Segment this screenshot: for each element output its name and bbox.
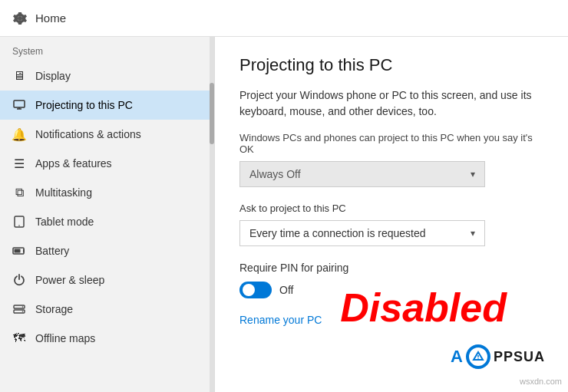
sidebar-item-projecting-label: Projecting to this PC bbox=[35, 99, 133, 111]
sidebar-item-apps-label: Apps & features bbox=[35, 157, 112, 170]
always-off-dropdown[interactable]: Always Off ▾ bbox=[239, 161, 485, 187]
settings-icon bbox=[12, 11, 28, 26]
offline-maps-icon: 🗺 bbox=[12, 331, 26, 345]
svg-point-2 bbox=[18, 225, 20, 226]
watermark: wsxdn.com bbox=[520, 377, 562, 386]
sidebar-item-multitasking[interactable]: ⧉ Multitasking bbox=[0, 178, 214, 207]
description-1: Project your Windows phone or PC to this… bbox=[239, 87, 543, 120]
display-icon: 🖥 bbox=[12, 69, 26, 83]
svg-rect-4 bbox=[15, 249, 21, 253]
sidebar-item-storage-label: Storage bbox=[35, 303, 73, 315]
sidebar-item-battery[interactable]: Battery bbox=[0, 236, 214, 265]
title-bar: Home bbox=[0, 0, 568, 37]
pin-toggle[interactable] bbox=[239, 282, 272, 298]
main-layout: System 🖥 Display Projecting to this PC 🔔… bbox=[0, 37, 568, 392]
appsua-logo: A PPSUA bbox=[451, 344, 545, 369]
sidebar-item-storage[interactable]: Storage bbox=[0, 295, 214, 324]
sidebar-scrollbar[interactable] bbox=[210, 37, 214, 392]
storage-icon bbox=[12, 302, 26, 316]
power-icon bbox=[12, 273, 26, 287]
sidebar-item-offline-label: Offline maps bbox=[35, 332, 95, 344]
sidebar-item-display-label: Display bbox=[35, 70, 71, 82]
sidebar-section-label: System bbox=[0, 37, 214, 61]
notifications-icon: 🔔 bbox=[12, 127, 26, 141]
rename-link[interactable]: Rename your PC bbox=[239, 314, 322, 326]
svg-point-7 bbox=[22, 306, 24, 308]
page-title: Projecting to this PC bbox=[239, 55, 543, 75]
ask-label: Ask to project to this PC bbox=[239, 203, 543, 214]
sidebar-item-display[interactable]: 🖥 Display bbox=[0, 61, 214, 91]
dropdown1-arrow-icon: ▾ bbox=[471, 169, 475, 180]
sidebar: System 🖥 Display Projecting to this PC 🔔… bbox=[0, 37, 215, 392]
description-2: Windows PCs and phones can project to th… bbox=[239, 132, 543, 155]
sidebar-item-power[interactable]: Power & sleep bbox=[0, 265, 214, 295]
pin-toggle-row: Off bbox=[239, 282, 543, 298]
apps-icon: ☰ bbox=[12, 156, 26, 170]
svg-rect-0 bbox=[14, 100, 25, 107]
toggle-thumb bbox=[243, 284, 255, 296]
logo-text: PPSUA bbox=[494, 349, 545, 365]
pin-section: Require PIN for pairing Off bbox=[239, 262, 543, 298]
sidebar-item-battery-label: Battery bbox=[35, 245, 69, 257]
connection-value: Every time a connection is requested bbox=[249, 227, 426, 239]
scrollbar-thumb bbox=[210, 83, 214, 144]
connection-dropdown[interactable]: Every time a connection is requested ▾ bbox=[239, 220, 485, 246]
projecting-icon bbox=[12, 98, 26, 112]
pin-label: Require PIN for pairing bbox=[239, 262, 543, 274]
svg-marker-9 bbox=[474, 352, 483, 360]
logo-icon-circle bbox=[466, 344, 490, 369]
title-bar-text: Home bbox=[35, 12, 66, 25]
tablet-icon bbox=[12, 215, 26, 229]
always-off-value: Always Off bbox=[249, 168, 301, 180]
multitasking-icon: ⧉ bbox=[12, 186, 26, 199]
toggle-state-label: Off bbox=[279, 284, 293, 296]
sidebar-item-multitasking-label: Multitasking bbox=[35, 186, 92, 199]
logo-a-letter: A bbox=[451, 347, 463, 367]
sidebar-item-offline[interactable]: 🗺 Offline maps bbox=[0, 324, 214, 353]
sidebar-item-notifications-label: Notifications & actions bbox=[35, 128, 141, 140]
sidebar-item-projecting[interactable]: Projecting to this PC bbox=[0, 91, 214, 120]
ask-section: Ask to project to this PC Every time a c… bbox=[239, 203, 543, 246]
sidebar-item-notifications[interactable]: 🔔 Notifications & actions bbox=[0, 120, 214, 149]
battery-icon bbox=[12, 244, 26, 258]
dropdown2-arrow-icon: ▾ bbox=[471, 228, 475, 239]
sidebar-item-tablet[interactable]: Tablet mode bbox=[0, 207, 214, 236]
svg-point-8 bbox=[22, 311, 24, 312]
svg-point-11 bbox=[477, 358, 478, 359]
sidebar-item-apps[interactable]: ☰ Apps & features bbox=[0, 149, 214, 178]
sidebar-item-tablet-label: Tablet mode bbox=[35, 216, 94, 228]
content-area: Projecting to this PC Project your Windo… bbox=[215, 37, 568, 392]
sidebar-item-power-label: Power & sleep bbox=[35, 274, 104, 286]
